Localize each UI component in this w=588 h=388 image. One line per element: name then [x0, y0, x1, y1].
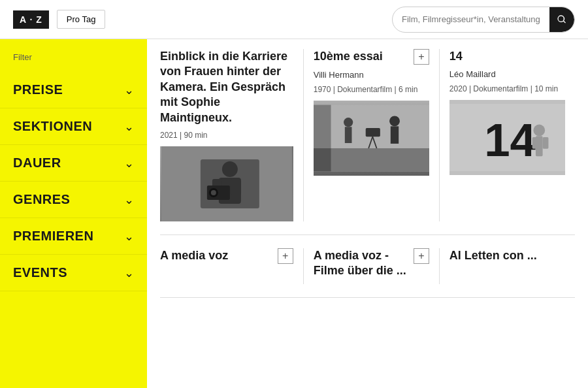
header-left: A · Z Pro Tag — [13, 10, 105, 29]
svg-rect-25 — [532, 137, 538, 149]
film-card-top-ailetten: AI Letten con ... — [449, 248, 565, 263]
sidebar-item-premieren[interactable]: PREMIEREN ⌄ — [0, 218, 147, 255]
svg-rect-10 — [314, 146, 429, 172]
chevron-down-icon-dauer: ⌄ — [124, 156, 134, 170]
chevron-down-icon-preise: ⌄ — [124, 83, 134, 97]
sidebar-item-label-genres: GENRES — [13, 192, 70, 207]
film-row-2: A media voz + A media voz - Filme über d… — [160, 235, 575, 298]
sidebar-item-preise[interactable]: PREISE ⌄ — [0, 72, 147, 108]
film-title-amediavoz2[interactable]: A media voz - Filme über die ... — [314, 248, 414, 279]
svg-text:14: 14 — [484, 115, 536, 167]
film-card-top-amediavoz2: A media voz - Filme über die ... + — [314, 248, 429, 279]
svg-rect-5 — [231, 179, 241, 195]
film-card-14: 14 Léo Maillard 2020 | Dokumentarfilm | … — [440, 49, 575, 221]
main-layout: Filter PREISE ⌄ SEKTIONEN ⌄ DAUER ⌄ GENR… — [0, 39, 588, 388]
film-card-top-einblick: Einblick in die Karriere von Frauen hint… — [160, 49, 293, 125]
film-card-top-10eme: 10ème essai + — [314, 49, 429, 65]
film-card-einblick: Einblick in die Karriere von Frauen hint… — [160, 49, 304, 221]
svg-rect-19 — [314, 105, 331, 172]
film-card-ailetten: AI Letten con ... — [440, 248, 575, 284]
film-title-einblick[interactable]: Einblick in die Karriere von Frauen hint… — [160, 49, 293, 125]
film-image-svg-einblick — [160, 146, 293, 221]
plus-icon-10eme[interactable]: + — [414, 49, 429, 65]
sidebar-item-label-sektionen: SEKTIONEN — [13, 119, 92, 134]
search-bar — [392, 7, 575, 33]
film-image-einblick — [160, 146, 293, 221]
logo[interactable]: A · Z — [13, 10, 49, 29]
filter-label: Filter — [0, 52, 147, 72]
plus-icon-amediavoz2[interactable]: + — [414, 248, 429, 264]
svg-point-17 — [389, 116, 400, 126]
film-title-ailetten[interactable]: AI Letten con ... — [449, 248, 565, 263]
sidebar: Filter PREISE ⌄ SEKTIONEN ⌄ DAUER ⌄ GENR… — [0, 39, 147, 388]
sidebar-item-genres[interactable]: GENRES ⌄ — [0, 182, 147, 218]
sidebar-item-label-events: EVENTS — [13, 265, 67, 280]
sidebar-item-dauer[interactable]: DAUER ⌄ — [0, 145, 147, 182]
chevron-down-icon-sektionen: ⌄ — [124, 120, 134, 134]
chevron-down-icon-events: ⌄ — [124, 266, 134, 280]
svg-rect-18 — [391, 126, 399, 144]
film-meta-14: 2020 | Dokumentarfilm | 10 min — [449, 84, 565, 93]
sidebar-item-label-premieren: PREMIEREN — [13, 229, 93, 244]
film-card-top-amediavoz: A media voz + — [160, 248, 293, 264]
film-title-amediavoz[interactable]: A media voz — [160, 248, 278, 263]
film-image-svg-10eme — [314, 101, 429, 176]
film-meta-10eme: 1970 | Dokumentarfilm | 6 min — [314, 85, 429, 94]
film-card-amediavoz: A media voz + — [160, 248, 304, 284]
film-director-14: Léo Maillard — [449, 69, 565, 79]
film-image-svg-14: 14 — [449, 100, 565, 175]
film-meta-einblick: 2021 | 90 min — [160, 131, 293, 140]
svg-rect-12 — [365, 128, 380, 137]
svg-point-15 — [344, 118, 353, 127]
film-row-1: Einblick in die Karriere von Frauen hint… — [160, 39, 575, 235]
film-image-10eme — [314, 101, 429, 176]
sidebar-item-label-preise: PREISE — [13, 82, 63, 97]
plus-icon-amediavoz[interactable]: + — [278, 248, 293, 264]
film-director-10eme: Villi Hermann — [314, 70, 429, 80]
content-area: Einblick in die Karriere von Frauen hint… — [147, 39, 588, 388]
chevron-down-icon-genres: ⌄ — [124, 193, 134, 207]
svg-point-8 — [211, 190, 216, 195]
svg-point-23 — [533, 125, 545, 137]
film-image-14: 14 — [449, 100, 565, 175]
film-title-14[interactable]: 14 — [449, 49, 565, 64]
sidebar-item-sektionen[interactable]: SEKTIONEN ⌄ — [0, 108, 147, 145]
sidebar-item-label-dauer: DAUER — [13, 155, 61, 170]
search-button[interactable] — [549, 7, 574, 32]
film-card-top-14: 14 — [449, 49, 565, 64]
header: A · Z Pro Tag — [0, 0, 588, 39]
chevron-down-icon-premieren: ⌄ — [124, 229, 134, 244]
svg-rect-11 — [314, 105, 429, 148]
film-title-10eme[interactable]: 10ème essai — [314, 49, 414, 64]
svg-point-2 — [222, 161, 238, 177]
search-icon — [557, 14, 567, 25]
film-card-amediavoz2: A media voz - Filme über die ... + — [304, 248, 440, 284]
svg-rect-16 — [345, 127, 352, 143]
svg-rect-26 — [542, 137, 548, 149]
pro-tag-button[interactable]: Pro Tag — [57, 10, 106, 29]
film-card-10eme: 10ème essai + Villi Hermann 1970 | Dokum… — [304, 49, 440, 221]
search-input[interactable] — [393, 9, 549, 29]
sidebar-item-events[interactable]: EVENTS ⌄ — [0, 255, 147, 291]
